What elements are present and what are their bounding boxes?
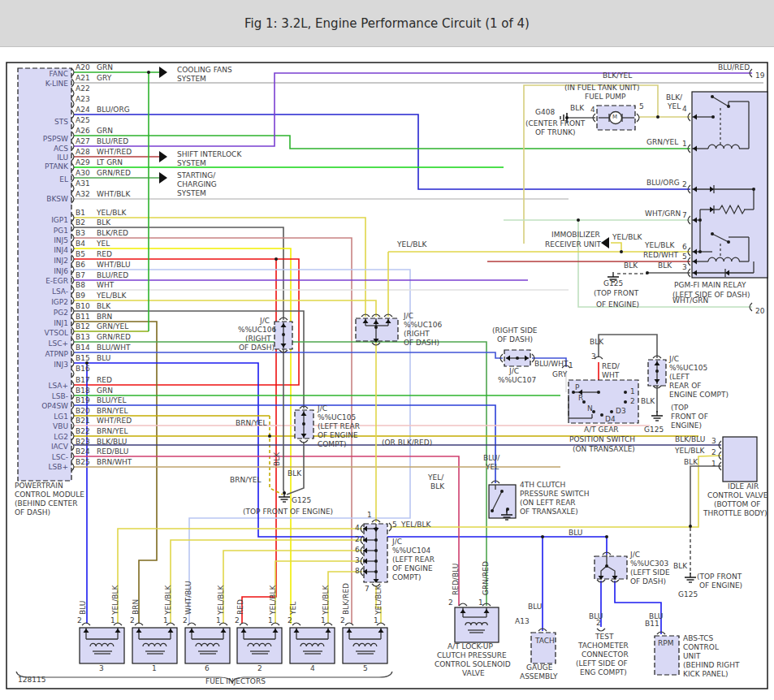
pcm-pin-color: BRN (97, 313, 112, 321)
pin-arc (82, 623, 90, 625)
wire-label: YEL/BLK (374, 585, 383, 615)
wire-label: %%UC104 (392, 547, 430, 555)
wire-yelblk (611, 243, 621, 252)
wire-blk (599, 335, 657, 358)
pcm-pin-color: WHT (97, 281, 114, 289)
wire-label: POSITION SWITCH (569, 435, 635, 443)
wire-label: (TOP (671, 404, 689, 412)
wire-label: 6 (355, 546, 360, 554)
pcm-pin-id: A27 (76, 137, 90, 145)
wire-label: BRN (132, 599, 140, 615)
pcm-pin-id: B13 (76, 333, 90, 341)
wire-label: (LEFT REAR (318, 422, 360, 430)
wire-label: 2 (235, 616, 240, 624)
pgm-fi-main-relay-box (692, 92, 768, 278)
pcm-pin-color: BLK/RED (97, 229, 128, 237)
wire-label: 2 (257, 664, 262, 672)
ground-g125-relay-label: G125 (603, 279, 623, 287)
pcm-pin-id: A30 (76, 169, 90, 177)
pcm-pin-id: B1 (76, 209, 85, 217)
wire-label: 2 (630, 397, 635, 405)
pcm-pin-color: WHT/BLU (97, 261, 131, 269)
wire-label: YEL (668, 102, 681, 110)
wire-label: BLK (624, 261, 638, 270)
pcm-pin-color: BLU/ORG (97, 106, 130, 114)
pcm-signal-name: LSB- (52, 392, 68, 400)
pcm-signal-name: BKSW (46, 195, 68, 203)
wire-label: 6 (682, 243, 687, 251)
pcm-signal-name: ILU (57, 153, 68, 162)
pin-arc (292, 623, 301, 625)
pcm-signal-name: ATPNP (45, 350, 68, 358)
pcm-pin-id: B21 (76, 417, 90, 425)
wire-redblu (74, 456, 459, 606)
wire-label: N (587, 404, 593, 413)
wire-label: GRN/YEL (646, 138, 678, 146)
wire-label: COMPT) (318, 440, 347, 448)
wire-label: R (578, 394, 583, 402)
wire-label: %%UC106 (404, 321, 442, 329)
jc-uc107-label: J/C (509, 367, 519, 375)
pcm-pin-color: GRN/RED (97, 333, 131, 341)
wire-label: 20 (755, 307, 764, 315)
wire-label: BLK (641, 397, 655, 405)
wire-label: 1 (630, 387, 635, 395)
wire-label: (BEHIND RIGHT (683, 661, 739, 669)
wire-label: 3 (591, 352, 596, 361)
wire-label: WHT/GRN (645, 210, 681, 218)
wire-label: 1 (163, 616, 168, 624)
pcm-signal-name: K-LINE (45, 80, 68, 88)
junction-dot (610, 410, 613, 413)
pcm-pin-id: B23 (76, 438, 90, 446)
wire-blk (287, 442, 304, 495)
wire-label: BLU/ (483, 454, 499, 462)
wire-label: YEL/BLK (645, 241, 674, 249)
pcm-signal-name: PG2 (54, 309, 68, 317)
wire-label: BLU/ORG (646, 179, 680, 187)
wire-label: WHT/GRN (672, 296, 708, 305)
wire-label: 5 (363, 664, 368, 672)
wire-label: BLU (528, 603, 542, 611)
junction-dot (624, 391, 627, 394)
wire-label: (RIGHT (245, 335, 271, 343)
pcm-pin-color: RED/BLU (97, 447, 128, 456)
gauge-assembly-label: GAUGE (526, 663, 552, 672)
junction-dot (605, 564, 608, 568)
wire-label: REAR OF (669, 382, 701, 390)
pcm-pin-id: B14 (76, 344, 90, 352)
immobilizer-receiver-label: IMMOBILIZER (551, 231, 600, 239)
pcm-signal-name: STS (54, 118, 68, 126)
wire-label: YEL/BLK (675, 447, 704, 455)
wire-bluwht (74, 352, 503, 358)
wire-label: BLK/ (666, 93, 682, 102)
jc-uc106-right-label: J/C (404, 312, 413, 320)
junction-dot (275, 257, 278, 261)
diagram-id: 128115 (18, 676, 45, 684)
wire-label: 2 (355, 535, 360, 543)
wire-yelblk (171, 540, 362, 624)
wire-label: %%UC107 (498, 376, 536, 384)
wire-label: BRN/YEL (230, 476, 261, 484)
wire-label: BLK (288, 469, 301, 477)
pcm-pin-color: BRN/WHT (97, 458, 132, 466)
junction-dot (711, 95, 714, 98)
pin-arc (300, 440, 308, 443)
pgm-fi-main-relay-label: PGM-FI MAIN RELAY (674, 281, 746, 289)
junction-dot (597, 391, 600, 394)
wire-label: CONTROL VALVE (707, 491, 768, 499)
pcm-signal-name: IGP1 (51, 216, 68, 224)
pcm-signal-name: PSPSW (43, 135, 68, 143)
pcm-signal-name: E-EGR (45, 277, 68, 285)
pcm-pin-id: A20 (76, 63, 90, 71)
jc-uc106-left-label: J/C (260, 317, 270, 325)
pcm-signal-name: INJ5 (54, 236, 68, 244)
wire-label: 5 (639, 102, 644, 110)
wire-label: YEL/BLK (322, 585, 330, 615)
wire-label: BLK (658, 261, 672, 270)
junction-dot (605, 535, 608, 538)
junction-dot (752, 188, 755, 191)
junction-dot (711, 115, 715, 119)
pcm-signal-name: PTANK (45, 162, 68, 171)
jc-uc105-right-label: J/C (669, 355, 679, 363)
wire-label: OF ENGINE (392, 564, 433, 573)
